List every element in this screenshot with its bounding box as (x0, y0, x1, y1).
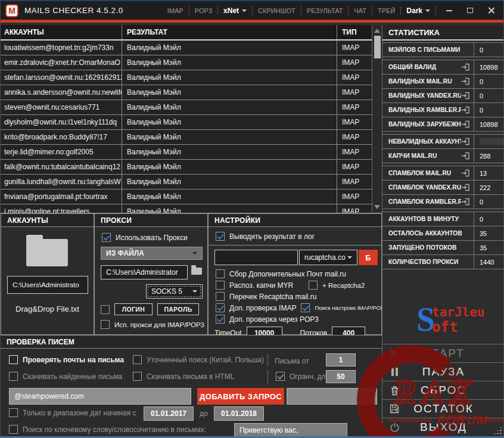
export-icon[interactable] (461, 77, 470, 85)
download-found-checkbox[interactable] (9, 372, 18, 381)
keyword-input[interactable]: Приветствую вас, (234, 423, 347, 437)
captcha-key-input[interactable] (214, 250, 298, 265)
result-cell: Валидный Мэйл (122, 190, 337, 204)
date-from-input[interactable]: 01.01.2017 (144, 406, 194, 421)
export-icon[interactable] (461, 198, 470, 206)
menu-pop3[interactable]: POP3 (195, 7, 212, 14)
pause-button[interactable]: ПАУЗА (382, 362, 504, 381)
result-cell: Валидный Мэйл (122, 160, 337, 174)
keyword-checkbox[interactable] (9, 425, 18, 434)
exit-label: ВЫХОД (420, 421, 467, 434)
letters-from-label: Письма от (275, 357, 309, 365)
minimize-icon (446, 10, 452, 11)
close-button[interactable] (483, 5, 499, 17)
stat-value: 35 (474, 226, 504, 240)
login-button[interactable]: ЛОГИН (114, 303, 153, 315)
pop3-limit-input[interactable]: 50 (326, 370, 356, 383)
table-row[interactable]: annika.s.andersson@ownit.nu:newlifeВалид… (1, 85, 382, 100)
table-row[interactable]: krito@broadpark.no:Buddy87!17Валидный Мэ… (1, 130, 382, 145)
socks-select[interactable]: SOCKS 5 (146, 284, 203, 299)
app-logo-icon: M (5, 4, 18, 17)
perechek-checkbox[interactable] (216, 292, 225, 301)
date-to-label: до (200, 409, 208, 418)
menu-separator (189, 6, 189, 15)
stat-label: СПАМБЛОК MAIL.RU (382, 170, 461, 176)
recaptcha2-checkbox[interactable] (309, 281, 318, 290)
use-proxy-checkbox[interactable] (102, 233, 111, 242)
stat-row: ВАЛИДНЫХ ЗАРУБЕЖНЫХ10898 (382, 117, 504, 132)
table-row[interactable]: steven@ownit.nu:cesarius771Валидный Мэйл… (1, 100, 382, 115)
scroll-down-icon[interactable] (374, 205, 380, 209)
proxy-file-path[interactable]: C:\Users\Administrator (101, 265, 188, 279)
rest-button[interactable]: ОСТАТОК (382, 399, 504, 418)
check-mails-checkbox[interactable] (9, 355, 18, 364)
minimize-button[interactable] (441, 5, 457, 17)
browse-folder-icon[interactable] (191, 268, 202, 275)
pop3-limit-checkbox[interactable] (276, 372, 285, 381)
add-query-button[interactable]: ДОБАВИТЬ ЗАПРОС (197, 388, 284, 405)
log-checkbox[interactable] (216, 232, 225, 241)
account-cell: dlysholm@ownit.nu:l1vel1nky111dq (1, 115, 122, 129)
table-row[interactable]: dlysholm@ownit.nu:l1vel1nky111dqВалидный… (1, 115, 382, 130)
pop3-check-checkbox[interactable] (216, 315, 225, 324)
password-button[interactable]: ПАРОЛЬ (157, 303, 199, 315)
type-cell: IMAP (337, 115, 371, 129)
table-row[interactable]: fnviana@portugalmail.pt:fourtraxВалидный… (1, 190, 382, 204)
stat-row: АККАУНТОВ В МИНУТУ0 (382, 212, 504, 226)
table-row-partial[interactable]: i.minis@online.pt:travellersВалидный Мэй… (1, 204, 382, 213)
table-row[interactable]: emir.zdralovic@xnet.hr:OmarMonaOВалидный… (1, 55, 382, 70)
imap-pop-search-checkbox[interactable] (301, 303, 310, 312)
menu-imap[interactable]: IMAP (167, 7, 183, 14)
proxy-for-checkbox[interactable] (101, 320, 110, 329)
scroll-up-icon[interactable] (374, 29, 380, 33)
menu-result[interactable]: РЕЗУЛЬТАТ (307, 7, 343, 14)
start-button[interactable]: СТАРТ (382, 344, 504, 362)
maximize-button[interactable] (462, 5, 478, 17)
export-icon[interactable] (461, 120, 470, 128)
column-header-accounts[interactable]: АККАУНТЫ (1, 25, 122, 39)
download-html-checkbox[interactable] (133, 372, 142, 381)
stat-value: 13 (474, 166, 504, 180)
captcha-service-select[interactable]: rucaptcha.co (299, 250, 357, 265)
table-row[interactable]: falk@ownit.nu:tubalcaintubalcainq12Валид… (1, 160, 382, 175)
export-icon[interactable] (461, 169, 470, 177)
table-row[interactable]: terje.lid@mimer.no:golf2005Валидный Мэйл… (1, 145, 382, 160)
proxy-auth-checkbox[interactable] (101, 305, 110, 314)
table-row[interactable]: louatiwissem@topnet.tn:g2jm733nВалидный … (1, 41, 382, 55)
letters-from-input[interactable]: 1 (326, 353, 356, 366)
stat-label: ЗАПУЩЕНО ПОТОКОВ (382, 244, 474, 251)
collect-checkbox[interactable] (216, 269, 225, 278)
menu-tray[interactable]: ТРЕЙ (378, 7, 395, 14)
menu-chat[interactable]: ЧАТ (354, 7, 366, 14)
imap-check-checkbox[interactable] (216, 303, 225, 312)
export-icon[interactable] (461, 63, 470, 71)
export-icon[interactable] (461, 106, 470, 114)
exit-button[interactable]: ВЫХОД (382, 418, 504, 436)
menu-xnet-dropdown[interactable]: xNet (223, 7, 247, 15)
reset-button[interactable]: СБРОС (382, 381, 504, 399)
refined-search-checkbox[interactable] (133, 355, 142, 364)
table-row[interactable]: gunilla.lundhall@ownit.nu:langhalsWВалид… (1, 175, 382, 190)
date-to-input[interactable]: 01.01.2018 (214, 406, 264, 421)
table-row[interactable]: stefan.larsson@ownit.nu:1629162912Валидн… (1, 70, 382, 85)
recognize-checkbox[interactable] (216, 281, 225, 290)
table-scrollbar[interactable] (372, 25, 382, 213)
export-icon[interactable] (461, 138, 470, 145)
accounts-file-path[interactable]: C:\Users\Administrato (7, 276, 88, 294)
query-input[interactable]: @steampowered.com (9, 388, 191, 405)
export-icon[interactable] (461, 92, 470, 100)
proxy-source-select[interactable]: ИЗ ФАЙЛА (101, 247, 203, 260)
column-header-result[interactable]: РЕЗУЛЬТАТ (122, 25, 337, 39)
menu-screenshot[interactable]: СКРИНШОТ (258, 7, 295, 14)
query-extra-box[interactable] (287, 388, 377, 405)
export-icon[interactable] (461, 152, 470, 160)
export-icon[interactable] (461, 184, 470, 191)
scrollbar-thumb[interactable] (374, 36, 381, 58)
column-header-type[interactable]: ТИП (337, 25, 371, 39)
account-cell: louatiwissem@topnet.tn:g2jm733n (1, 41, 122, 55)
date-range-checkbox[interactable] (9, 408, 18, 417)
imap-check-row: Доп. проверка IMAP Поиск настроек IMAP/P… (216, 303, 385, 312)
balance-button[interactable]: Б (359, 250, 378, 265)
theme-dropdown[interactable]: Dark (406, 7, 430, 15)
folder-icon[interactable] (26, 239, 68, 266)
